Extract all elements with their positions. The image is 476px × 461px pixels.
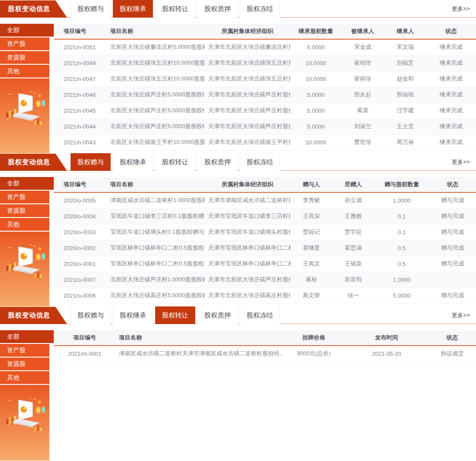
table-cell: 北辰区大张庄镇张五庄村10.0000股股权继...: [107, 55, 205, 71]
table-cell: 2021-05-20: [345, 346, 428, 361]
table-cell: 孙立成: [332, 192, 374, 208]
tab-inherit[interactable]: 股权继承: [113, 306, 153, 324]
table-row[interactable]: 2021/n-0045北辰区大张庄镇芦庄村5.0000股股权继承...天津市北辰…: [54, 103, 476, 118]
table-cell: 赠与完成: [429, 224, 476, 240]
table-cell: 北辰区大张庄镇高庄村5.0000股股权赠与...: [107, 288, 205, 303]
table-row[interactable]: 2020/o-0003宝坻区牛道口镇塘头村0.1股股权赠与项目天津市宝坻区牛道口…: [54, 224, 476, 240]
tab-gift[interactable]: 股权赠与: [71, 0, 111, 18]
table-cell: 蒋栓: [290, 272, 332, 288]
tab-freeze[interactable]: 股权冻结: [240, 0, 280, 18]
tab-bar: 股权赠与股权继承股权转让股权质押股权冻结: [71, 306, 282, 324]
tab-transfer[interactable]: 股权转让: [155, 306, 195, 324]
tab-transfer[interactable]: 股权转让: [155, 0, 195, 18]
table-row[interactable]: 2021/o-0007北辰区大张庄镇芦庄村1.0000股股权赠与...天津市北辰…: [54, 272, 476, 288]
table-cell: 李秀敏: [290, 192, 332, 208]
section-header: 股权变动信息 股权赠与股权继承股权转让股权质押股权冻结 更多>>: [0, 0, 476, 18]
more-link[interactable]: 更多>>: [452, 306, 470, 324]
table-row[interactable]: 2020/o-0002宝坻区林亭口镇林亭口二村0.5股股权赠与...天津市宝坻区…: [54, 240, 476, 256]
table-panel: 项目编号项目名称所属村集体经济组织赠与人受赠人赠与股权数量状态 2020/o-0…: [54, 177, 476, 306]
table-cell: 北辰区大张庄镇张五庄村10.0000股股权继...: [107, 71, 205, 87]
table-cell: 赠与完成: [429, 208, 476, 224]
tab-freeze[interactable]: 股权冻结: [240, 153, 280, 171]
sidebar-item-asset-shares[interactable]: 资产股: [0, 37, 49, 50]
table-cell: 天津市北辰区大张庄镇张五庄村股...: [205, 55, 290, 71]
sidebar-item-other[interactable]: 其他: [0, 218, 49, 231]
more-link[interactable]: 更多>>: [452, 153, 470, 171]
section-title: 股权变动信息: [8, 5, 50, 13]
sidebar-item-all[interactable]: 全部: [0, 330, 54, 343]
table-cell: 津南区咸水沽镇二道桥村1.0000股股权赠...: [107, 192, 205, 208]
table-cell: 刘福芝: [384, 55, 426, 71]
table-row[interactable]: 2021/n-0047北辰区大张庄镇张五庄村10.0000股股权继...天津市北…: [54, 71, 476, 87]
table-cell: 2021/n-0045: [54, 103, 107, 118]
tab-pledge[interactable]: 股权质押: [197, 306, 238, 324]
table-cell: 2020/o-0003: [54, 224, 107, 240]
tab-freeze[interactable]: 股权冻结: [240, 306, 280, 324]
sidebar-item-other[interactable]: 其他: [0, 65, 49, 77]
table-cell: 王兆深: [290, 208, 332, 224]
table-cell: 继承完成: [426, 134, 476, 150]
sidebar-item-asset-shares[interactable]: 资产股: [0, 191, 49, 203]
table-row[interactable]: 2021/n-0046北辰区大张庄镇芦庄村5.0000股股权继承...天津市北辰…: [54, 87, 476, 103]
sidebar-item-all[interactable]: 全部: [0, 24, 54, 37]
table-row[interactable]: 2021/o-0006北辰区大张庄镇高庄村5.0000股股权赠与...天津市北辰…: [54, 288, 476, 303]
sidebar-item-resource-shares[interactable]: 资源股: [0, 358, 49, 370]
table-cell: 10.0000: [290, 134, 341, 150]
table-cell: 赠与完成: [429, 256, 476, 272]
tab-inherit[interactable]: 股权继承: [113, 0, 153, 18]
table-header-row: 项目编号项目名称所属村集体经济组织继承股权数量被继承人继承人状态: [54, 24, 476, 39]
table-row[interactable]: 2020/o-0004宝坻区牛道口镇李三店村0.1股股权赠与项目天津市宝坻区牛道…: [54, 208, 476, 224]
table-cell: 2020/o-0004: [54, 208, 107, 224]
more-link[interactable]: 更多>>: [452, 0, 470, 18]
table-cell: 赠与完成: [429, 240, 476, 256]
table-cell: 继承完成: [426, 87, 476, 103]
table-cell: 贾学征: [332, 224, 374, 240]
table-cell: 天津市宝坻区牛道口镇李三店村股...: [205, 208, 290, 224]
column-header: 被继承人: [341, 24, 384, 39]
sidebar-item-other[interactable]: 其他: [0, 371, 49, 384]
tab-pledge[interactable]: 股权质押: [197, 0, 238, 18]
table-cell: 霍继星: [290, 240, 332, 256]
table-cell: 2021/n-0051: [54, 39, 107, 55]
table-row[interactable]: 2021/m-0001津南区咸水沽镇二道桥村天津市津南区咸水沽镇二道桥村股份经.…: [54, 346, 476, 361]
table-cell: 宝坻区林亭口镇林亭口二村0.5股股权赠与...: [107, 256, 205, 272]
sidebar-item-resource-shares[interactable]: 资源股: [0, 51, 49, 64]
table-cell: 蒋震: [341, 103, 384, 118]
table-cell: 2021/n-0044: [54, 118, 107, 134]
section-title: 股权变动信息: [8, 311, 50, 320]
column-header: 项目名称: [115, 330, 283, 346]
table-body: 2020/o-0005津南区咸水沽镇二道桥村1.0000股股权赠...天津市津南…: [54, 192, 476, 303]
column-header: 挂牌价格: [283, 330, 345, 346]
table-cell: 赠与完成: [429, 288, 476, 303]
table-row[interactable]: 2021/n-0049北辰区大张庄镇张五庄村10.0000股股权继...天津市北…: [54, 55, 476, 71]
table-cell: 天津市北辰区大张庄镇张五庄村股...: [205, 71, 290, 87]
gift-table: 项目编号项目名称所属村集体经济组织赠与人受赠人赠与股权数量状态 2020/o-0…: [54, 177, 476, 304]
table-cell: 天津市津南区咸水沽镇二道桥村股...: [205, 192, 290, 208]
sidebar-item-resource-shares[interactable]: 资源股: [0, 204, 49, 217]
table-cell: 10.0000: [290, 55, 341, 71]
sidebar-item-asset-shares[interactable]: 资产股: [0, 344, 49, 357]
table-cell: 1.0000: [374, 192, 429, 208]
table-cell: 王士贵: [384, 118, 426, 134]
table-row[interactable]: 2021/n-0044北辰区大张庄镇芦庄村5.0000股股权继承...天津市北辰…: [54, 118, 476, 134]
column-header: 状态: [426, 24, 476, 39]
table-cell: 2021/n-0046: [54, 87, 107, 103]
table-row[interactable]: 2020/o-0001宝坻区林亭口镇林亭口二村0.5股股权赠与...天津市宝坻区…: [54, 256, 476, 272]
sidebar-item-all[interactable]: 全部: [0, 177, 54, 190]
table-row[interactable]: 2021/n-0051北辰区大张庄镇董连庄村5.0000股股权继...天津市北辰…: [54, 39, 476, 55]
tab-bar: 股权赠与股权继承股权转让股权质押股权冻结: [71, 153, 282, 171]
tab-transfer[interactable]: 股权转让: [155, 153, 195, 171]
tab-gift[interactable]: 股权赠与: [71, 306, 111, 324]
table-cell: 宝坻区牛道口镇李三店村0.1股股权赠与项目: [107, 208, 205, 224]
table-cell: 刘淑兰: [341, 118, 384, 134]
tab-pledge[interactable]: 股权质押: [197, 153, 238, 171]
table-row[interactable]: 2020/o-0005津南区咸水沽镇二道桥村1.0000股股权赠...天津市津南…: [54, 192, 476, 208]
table-cell: 0.5: [374, 256, 429, 272]
column-header: 项目编号: [54, 330, 115, 346]
table-row[interactable]: 2021/n-0043北辰区大张庄镇南王平村10.0000股股权继...天津市北…: [54, 134, 476, 150]
tab-gift[interactable]: 股权赠与: [71, 153, 111, 171]
table-body: 2021/m-0001津南区咸水沽镇二道桥村天津市津南区咸水沽镇二道桥村股份经.…: [54, 346, 476, 361]
tab-inherit[interactable]: 股权继承: [113, 153, 153, 171]
table-cell: 0.1: [374, 224, 429, 240]
table-cell: 继承完成: [426, 39, 476, 55]
